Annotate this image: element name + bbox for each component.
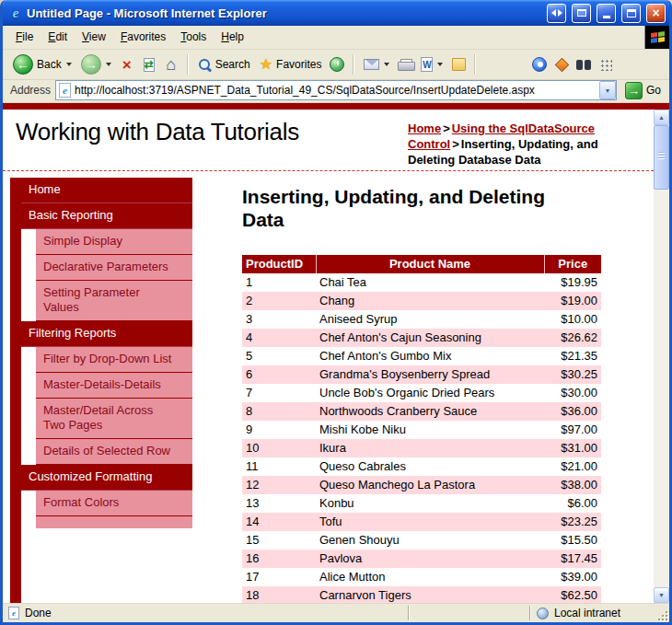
breadcrumb-link-home[interactable]: Home (408, 122, 441, 135)
go-label: Go (646, 84, 661, 97)
window-arrows-button[interactable] (547, 4, 566, 23)
resize-grip[interactable] (655, 608, 669, 622)
address-input[interactable]: e http://localhost:3719/ASPNET_Data_Tuto… (55, 80, 617, 100)
sidebar-item[interactable]: Declarative Parameters (36, 255, 192, 281)
intranet-zone-icon (537, 608, 549, 619)
product-row: 15Genen Shouyu$15.50 (242, 531, 601, 550)
sidebar-item[interactable]: Basic Reporting (21, 203, 192, 229)
back-label: Back (37, 58, 62, 71)
search-icon (198, 58, 212, 72)
product-row: 6Grandma's Boysenberry Spread$30.25 (242, 365, 601, 384)
forward-dropdown-chevron-icon[interactable] (106, 63, 111, 66)
research-button[interactable] (550, 52, 573, 76)
print-button[interactable] (394, 52, 416, 76)
sidebar-item[interactable]: Filtering Reports (21, 321, 192, 347)
product-row: 8Northwoods Cranberry Sauce$36.00 (242, 402, 601, 421)
product-row: 9Mishi Kobe Niku$97.00 (242, 421, 601, 439)
home-button[interactable]: ⌂ (160, 52, 182, 76)
scroll-down-button[interactable]: ▼ (654, 587, 669, 603)
page-header: Working with Data Tutorials Home>Using t… (3, 110, 654, 171)
breadcrumb: Home>Using the SqlDataSource Control>Ins… (408, 122, 640, 168)
back-button[interactable]: ← Back (8, 52, 76, 76)
dropdown-arrow-icon: ▼ (605, 87, 611, 94)
address-dropdown-button[interactable]: ▼ (599, 81, 616, 99)
breadcrumb-separator: > (443, 122, 450, 135)
scrollbar-thumb[interactable] (654, 125, 669, 190)
product-row: 5Chef Anton's Gumbo Mix$21.35 (242, 347, 601, 365)
column-header: Price (544, 255, 601, 273)
sidebar-item[interactable]: Master/Detail Across Two Pages (36, 399, 192, 439)
maximize-button[interactable] (621, 4, 641, 23)
sidebar-item[interactable]: Filter by Drop-Down List (36, 347, 192, 373)
search-button[interactable]: Search (193, 56, 255, 74)
stop-button[interactable]: × (116, 52, 138, 76)
page-heading: Inserting, Updating, and Deleting Data (242, 185, 564, 231)
menu-file[interactable]: File (8, 26, 41, 49)
title-bar: e Untitled Page - Microsoft Internet Exp… (3, 0, 669, 26)
browser-window: e Untitled Page - Microsoft Internet Exp… (0, 0, 672, 625)
mail-button[interactable] (359, 57, 394, 72)
mail-dropdown-chevron-icon[interactable] (384, 63, 389, 66)
go-arrow-icon: → (625, 82, 643, 99)
standard-toolbar: ← Back → × ⇄ ⌂ Search ★ Favorites (3, 50, 669, 80)
favorites-button[interactable]: ★ Favorites (255, 55, 327, 74)
refresh-button[interactable]: ⇄ (138, 52, 160, 76)
windows-logo-throbber (644, 26, 669, 49)
sidebar-item[interactable]: Format Colors (36, 491, 192, 516)
sidebar-item[interactable]: Master-Details-Details (36, 373, 192, 399)
edit-with-word-button[interactable]: W (416, 55, 447, 74)
sidebar-item-partial (36, 516, 192, 528)
minimize-button[interactable] (597, 4, 616, 23)
messenger-button[interactable] (528, 52, 550, 76)
word-icon: W (421, 57, 433, 72)
product-row: 18Carnarvon Tigers$62.50 (242, 586, 601, 603)
screen-icon (577, 9, 586, 17)
scroll-up-button[interactable]: ▲ (654, 110, 669, 125)
product-row: 7Uncle Bob's Organic Dried Pears$30.00 (242, 384, 601, 402)
sidebar-item[interactable]: Simple Display (36, 229, 192, 255)
address-url[interactable]: http://localhost:3719/ASPNET_Data_Tutori… (75, 84, 596, 97)
maximize-icon (627, 9, 636, 17)
search-label: Search (215, 58, 250, 71)
product-row: 2Chang$19.00 (242, 292, 601, 310)
sidebar-item[interactable]: Home (21, 178, 192, 203)
sidebar-nav: HomeBasic ReportingSimple DisplayDeclara… (3, 178, 192, 603)
favorites-star-icon: ★ (260, 57, 272, 72)
go-button[interactable]: → Go (621, 82, 665, 99)
scrollbar-track[interactable] (654, 125, 669, 587)
menu-view[interactable]: View (75, 26, 113, 49)
product-row: 17Alice Mutton$39.00 (242, 568, 601, 586)
web-page: Working with Data Tutorials Home>Using t… (3, 110, 654, 603)
find-button[interactable] (573, 52, 595, 76)
menu-edit[interactable]: Edit (41, 26, 75, 49)
tools-grid-button[interactable] (595, 52, 617, 76)
product-row: 16Pavlova$17.45 (242, 550, 601, 568)
close-icon: × (652, 6, 659, 19)
menu-help[interactable]: Help (214, 26, 251, 49)
print-icon (398, 59, 413, 71)
back-dropdown-chevron-icon[interactable] (66, 63, 72, 66)
sidebar-item[interactable]: Details of Selected Row (36, 439, 192, 465)
vertical-scrollbar[interactable]: ▲ ▼ (654, 110, 669, 603)
toolbar-separator (353, 54, 354, 75)
home-icon: ⌂ (166, 56, 176, 73)
products-header-row: ProductIDProduct NamePrice (242, 255, 601, 273)
browser-viewport: Working with Data Tutorials Home>Using t… (3, 110, 669, 603)
close-button[interactable]: × (646, 4, 666, 23)
menu-tools[interactable]: Tools (173, 26, 214, 49)
product-row: 14Tofu$23.25 (242, 513, 601, 531)
page-icon: e (59, 83, 71, 98)
discuss-icon (452, 58, 466, 71)
history-button[interactable] (326, 52, 348, 76)
forward-button[interactable]: → (76, 52, 116, 76)
scroll-down-icon: ▼ (658, 592, 665, 598)
sidebar-item[interactable]: Setting Parameter Values (36, 281, 192, 321)
menu-favorites[interactable]: Favorites (113, 26, 173, 49)
breadcrumb-separator: > (452, 137, 459, 151)
history-icon (330, 57, 344, 72)
edit-dropdown-chevron-icon[interactable] (437, 63, 443, 66)
sidebar-item[interactable]: Customized Formatting (21, 465, 192, 491)
window-screen-button[interactable] (572, 4, 591, 23)
status-bar: e Done Local intranet (3, 603, 669, 622)
discuss-button[interactable] (447, 52, 469, 76)
